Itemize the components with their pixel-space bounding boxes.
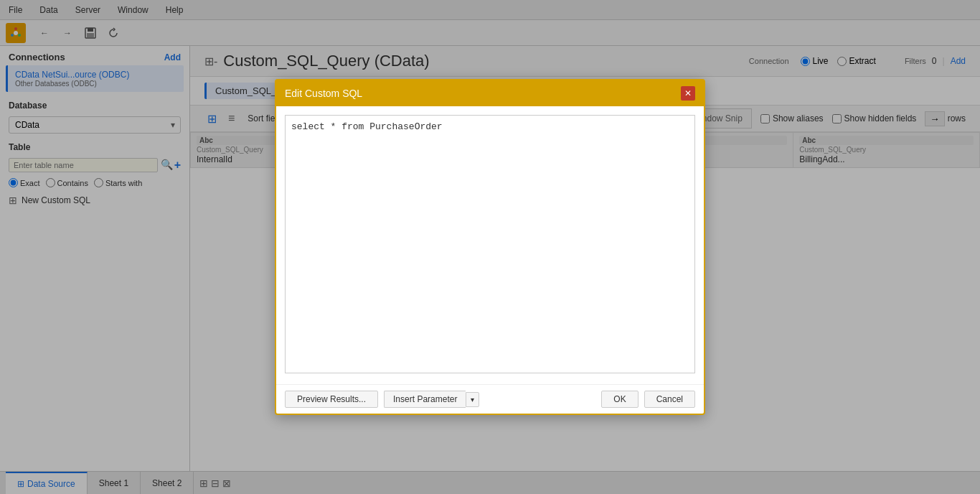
- modal-title: Edit Custom SQL: [285, 88, 362, 99]
- cancel-button[interactable]: Cancel: [644, 391, 695, 408]
- insert-parameter-dropdown: Insert Parameter ▾: [384, 391, 479, 408]
- sql-textarea[interactable]: [285, 115, 695, 373]
- insert-parameter-button[interactable]: Insert Parameter: [384, 391, 466, 408]
- modal-header: Edit Custom SQL ✕: [276, 80, 704, 106]
- edit-sql-modal: Edit Custom SQL ✕ Preview Results... Ins…: [275, 79, 705, 415]
- modal-footer-right: OK Cancel: [601, 391, 695, 408]
- ok-button[interactable]: OK: [601, 391, 638, 408]
- preview-results-button[interactable]: Preview Results...: [285, 391, 378, 408]
- insert-parameter-arrow[interactable]: ▾: [466, 392, 479, 407]
- modal-overlay: Edit Custom SQL ✕ Preview Results... Ins…: [0, 0, 980, 494]
- modal-footer: Preview Results... Insert Parameter ▾ OK…: [276, 384, 704, 414]
- modal-close-button[interactable]: ✕: [681, 86, 695, 101]
- modal-footer-left: Preview Results... Insert Parameter ▾: [285, 391, 479, 408]
- modal-body: [276, 106, 704, 384]
